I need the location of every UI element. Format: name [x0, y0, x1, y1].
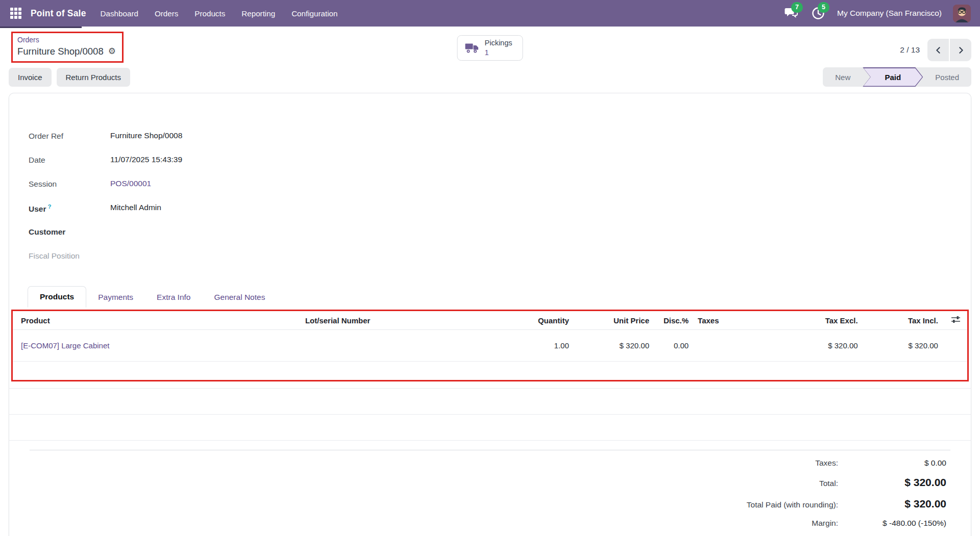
column-header-taxes[interactable]: Taxes: [695, 311, 768, 330]
activities-icon[interactable]: 5: [811, 6, 826, 21]
cell-tax-incl[interactable]: $ 320.00: [864, 330, 944, 362]
messages-icon[interactable]: 7: [784, 6, 799, 21]
table-row[interactable]: [E-COM07] Large Cabinet 1.00 $ 320.00 0.…: [13, 330, 967, 362]
page-title: Furniture Shop/0008: [17, 45, 104, 58]
field-session: Session POS/00001: [29, 179, 971, 203]
empty-band: [9, 415, 971, 441]
pager-next-button[interactable]: [950, 39, 971, 61]
date-value[interactable]: 11/07/2025 15:43:39: [110, 155, 182, 164]
taxes-value: $ 0.00: [838, 458, 946, 468]
order-ref-label: Order Ref: [29, 131, 106, 141]
status-step-paid[interactable]: Paid: [863, 67, 923, 87]
field-customer: Customer: [29, 227, 971, 251]
truck-icon: [465, 42, 479, 54]
cell-quantity[interactable]: 1.00: [514, 330, 575, 362]
order-form-sheet: Order Ref Furniture Shop/0008 Date 11/07…: [9, 93, 971, 536]
column-header-options: [944, 311, 967, 330]
field-order-ref: Order Ref Furniture Shop/0008: [29, 131, 971, 155]
pickings-text: Pickings 1: [485, 38, 512, 58]
user-label: User?: [29, 203, 106, 214]
tab-payments[interactable]: Payments: [86, 287, 145, 308]
return-products-button[interactable]: Return Products: [57, 68, 130, 87]
messages-badge: 7: [791, 2, 803, 13]
activities-badge: 5: [818, 2, 829, 13]
tab-extra-info[interactable]: Extra Info: [145, 287, 202, 308]
annotation-box-breadcrumb: Orders Furniture Shop/0008 ⚙︎: [11, 32, 124, 63]
statusbar: New Paid Posted: [823, 67, 971, 87]
order-lines-table: Product Lot/serial Number Quantity Unit …: [13, 311, 967, 380]
pickings-smart-button[interactable]: Pickings 1: [457, 35, 523, 61]
help-icon[interactable]: ?: [47, 203, 51, 210]
margin-value: $ -480.00 (-150%): [838, 519, 946, 528]
field-date: Date 11/07/2025 15:43:39: [29, 155, 971, 179]
chevron-right-icon: [957, 46, 965, 55]
systray: 7 5 My Company (San Francisco): [784, 5, 971, 22]
gear-icon[interactable]: ⚙︎: [108, 47, 116, 56]
cell-taxes[interactable]: [695, 330, 768, 362]
product-link[interactable]: [E-COM07] Large Cabinet: [21, 341, 109, 350]
session-label: Session: [29, 179, 106, 189]
empty-band: [9, 381, 971, 389]
field-fiscal-position: Fiscal Position: [29, 251, 971, 275]
avatar-image: [953, 5, 971, 22]
user-value[interactable]: Mitchell Admin: [110, 203, 161, 212]
total-label: Total:: [819, 479, 838, 488]
cell-lot-serial[interactable]: [299, 330, 514, 362]
total-row-margin: Margin: $ -480.00 (-150%): [9, 515, 946, 532]
menu-orders[interactable]: Orders: [155, 9, 178, 18]
column-header-discount[interactable]: Disc.%: [655, 311, 695, 330]
pickings-count: 1: [485, 48, 512, 58]
tab-general-notes[interactable]: General Notes: [202, 287, 277, 308]
total-row-paid: Total Paid (with rounding): $ 320.00: [9, 493, 946, 515]
company-switcher[interactable]: My Company (San Francisco): [837, 9, 942, 18]
status-step-posted[interactable]: Posted: [923, 67, 971, 87]
column-header-product[interactable]: Product: [13, 311, 299, 330]
tab-products[interactable]: Products: [28, 286, 86, 308]
apps-grid-icon[interactable]: [9, 7, 22, 20]
top-navbar: Point of Sale Dashboard Orders Products …: [0, 0, 980, 27]
total-paid-label: Total Paid (with rounding):: [747, 500, 838, 509]
breadcrumb: Furniture Shop/0008 ⚙︎: [17, 45, 116, 58]
status-step-new[interactable]: New: [823, 67, 863, 87]
customer-label: Customer: [29, 227, 106, 237]
menu-configuration[interactable]: Configuration: [291, 9, 337, 18]
breadcrumb-orders-link[interactable]: Orders: [17, 35, 116, 45]
control-panel: Orders Furniture Shop/0008 ⚙︎: [0, 27, 980, 93]
user-avatar[interactable]: [953, 5, 971, 22]
cell-discount[interactable]: 0.00: [655, 330, 695, 362]
pager-previous-button[interactable]: [927, 39, 949, 61]
app-name[interactable]: Point of Sale: [31, 8, 86, 19]
menu-reporting[interactable]: Reporting: [241, 9, 275, 18]
column-header-tax-excl[interactable]: Tax Excl.: [768, 311, 864, 330]
status-step-paid-label: Paid: [864, 68, 922, 86]
navbar-active-indicator: [0, 27, 82, 28]
order-ref-value[interactable]: Furniture Shop/0008: [110, 131, 182, 140]
pager: 2 / 13: [900, 32, 971, 61]
fiscal-position-label: Fiscal Position: [29, 251, 106, 261]
session-link[interactable]: POS/00001: [110, 179, 151, 188]
cell-tax-excl[interactable]: $ 320.00: [768, 330, 864, 362]
empty-list-area: [9, 381, 971, 441]
table-empty-row: [13, 362, 967, 380]
total-paid-value: $ 320.00: [838, 498, 946, 510]
field-user: User? Mitchell Admin: [29, 203, 971, 227]
pos-order-form-screen: Point of Sale Dashboard Orders Products …: [0, 0, 980, 536]
column-header-quantity[interactable]: Quantity: [514, 311, 575, 330]
table-header-row: Product Lot/serial Number Quantity Unit …: [13, 311, 967, 330]
main-menu: Dashboard Orders Products Reporting Conf…: [101, 9, 338, 18]
menu-dashboard[interactable]: Dashboard: [101, 9, 138, 18]
column-header-lot-serial[interactable]: Lot/serial Number: [299, 311, 514, 330]
column-settings-icon[interactable]: [951, 316, 960, 323]
pickings-label: Pickings: [485, 38, 512, 48]
taxes-label: Taxes:: [815, 458, 838, 468]
menu-products[interactable]: Products: [194, 9, 225, 18]
pager-count: 2 / 13: [900, 45, 920, 55]
cell-unit-price[interactable]: $ 320.00: [575, 330, 655, 362]
empty-band: [9, 389, 971, 415]
column-header-tax-incl[interactable]: Tax Incl.: [864, 311, 944, 330]
invoice-button[interactable]: Invoice: [9, 68, 52, 87]
date-label: Date: [29, 155, 106, 165]
total-value: $ 320.00: [838, 476, 946, 489]
column-header-unit-price[interactable]: Unit Price: [575, 311, 655, 330]
apps-grid-icon-glyph: [10, 7, 22, 19]
